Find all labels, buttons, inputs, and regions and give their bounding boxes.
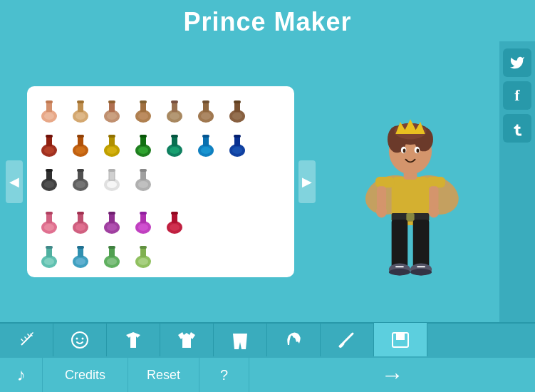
character-svg	[332, 64, 489, 292]
svg-point-59	[44, 181, 54, 188]
shirt-tool[interactable]	[160, 323, 214, 357]
potion-item[interactable]	[67, 162, 94, 193]
svg-point-35	[76, 147, 85, 154]
svg-point-15	[138, 113, 148, 120]
svg-point-135	[410, 269, 432, 275]
pants-tool[interactable]	[214, 323, 267, 357]
potion-item[interactable]	[161, 205, 188, 236]
svg-rect-61	[78, 170, 83, 180]
svg-rect-26	[234, 100, 241, 103]
svg-point-99	[76, 258, 85, 265]
potion-item[interactable]	[130, 239, 157, 270]
potion-item[interactable]	[224, 128, 251, 159]
svg-line-138	[21, 335, 31, 345]
potion-item[interactable]	[98, 239, 125, 270]
svg-rect-77	[78, 213, 83, 223]
potion-item[interactable]	[130, 205, 157, 236]
potion-item[interactable]	[192, 128, 219, 159]
svg-point-141	[82, 338, 84, 340]
app-title: Prince Maker	[0, 0, 535, 41]
music-button[interactable]: ♪	[0, 357, 43, 392]
svg-rect-105	[140, 247, 146, 257]
potion-row-5	[36, 205, 286, 236]
svg-rect-70	[140, 169, 147, 172]
potion-item[interactable]	[67, 205, 94, 236]
svg-rect-37	[109, 136, 115, 146]
svg-rect-34	[77, 135, 84, 138]
potion-item[interactable]	[130, 162, 157, 193]
wand-tool[interactable]	[0, 323, 53, 357]
twitter-button[interactable]	[503, 48, 531, 77]
facebook-button[interactable]: f	[503, 81, 531, 110]
potion-item[interactable]	[36, 128, 63, 159]
svg-rect-78	[77, 212, 84, 215]
svg-point-95	[44, 258, 54, 265]
top-tool[interactable]	[107, 323, 160, 357]
svg-rect-41	[140, 136, 146, 146]
potion-item[interactable]	[67, 239, 94, 270]
svg-point-129	[428, 206, 439, 218]
svg-rect-54	[234, 135, 241, 138]
potion-item[interactable]	[36, 239, 63, 270]
potion-row-3	[36, 162, 286, 193]
svg-rect-6	[77, 100, 84, 103]
bg-tool[interactable]	[374, 323, 427, 357]
potion-item[interactable]	[36, 162, 63, 193]
character-display	[321, 41, 499, 322]
left-panel: ◀	[0, 41, 321, 322]
next-arrow[interactable]: ▶	[298, 160, 316, 203]
svg-rect-65	[109, 170, 115, 180]
svg-rect-14	[140, 100, 147, 103]
svg-rect-30	[46, 135, 53, 138]
potion-item[interactable]	[67, 128, 94, 159]
potion-item[interactable]	[98, 93, 125, 125]
svg-rect-62	[77, 169, 84, 172]
tumblr-button[interactable]	[503, 114, 531, 143]
face-tool[interactable]	[53, 323, 107, 357]
svg-rect-97	[78, 247, 83, 257]
svg-rect-106	[140, 246, 147, 249]
svg-point-122	[403, 149, 406, 153]
svg-rect-57	[46, 170, 52, 180]
potion-item[interactable]	[36, 205, 63, 236]
svg-point-11	[107, 113, 117, 120]
potion-item[interactable]	[130, 93, 157, 125]
potion-item[interactable]	[192, 93, 219, 125]
potion-item[interactable]	[161, 93, 188, 125]
potion-item[interactable]	[98, 128, 125, 159]
svg-point-134	[389, 269, 410, 275]
svg-rect-112	[406, 213, 414, 221]
svg-rect-46	[171, 135, 178, 138]
svg-point-31	[44, 147, 54, 154]
item-grid-container	[27, 86, 294, 277]
potion-item[interactable]	[67, 93, 94, 125]
svg-rect-22	[202, 100, 209, 103]
svg-rect-74	[46, 212, 53, 215]
potion-item[interactable]	[98, 205, 125, 236]
credits-button[interactable]: Credits	[43, 357, 128, 392]
svg-rect-18	[171, 100, 178, 103]
social-panel: f	[499, 41, 535, 322]
svg-point-67	[107, 181, 117, 188]
svg-point-55	[232, 147, 242, 154]
potion-item[interactable]	[224, 93, 251, 125]
help-button[interactable]: ?	[199, 357, 249, 392]
svg-rect-98	[77, 246, 84, 249]
potion-item[interactable]	[36, 93, 63, 125]
prev-arrow[interactable]: ◀	[6, 160, 23, 203]
svg-rect-124	[375, 177, 394, 187]
potion-item[interactable]	[98, 162, 125, 193]
hair-tool[interactable]	[267, 323, 321, 357]
svg-rect-29	[46, 136, 52, 146]
svg-rect-1	[46, 102, 52, 112]
potion-item[interactable]	[130, 128, 157, 159]
reset-button[interactable]: Reset	[128, 357, 199, 392]
svg-rect-94	[46, 246, 53, 249]
next-button[interactable]: →	[249, 357, 535, 392]
sword-tool[interactable]	[321, 323, 374, 357]
svg-point-139	[72, 332, 88, 348]
potion-item[interactable]	[161, 128, 188, 159]
svg-point-83	[107, 224, 117, 231]
svg-rect-146	[396, 333, 405, 340]
svg-point-79	[76, 224, 85, 231]
